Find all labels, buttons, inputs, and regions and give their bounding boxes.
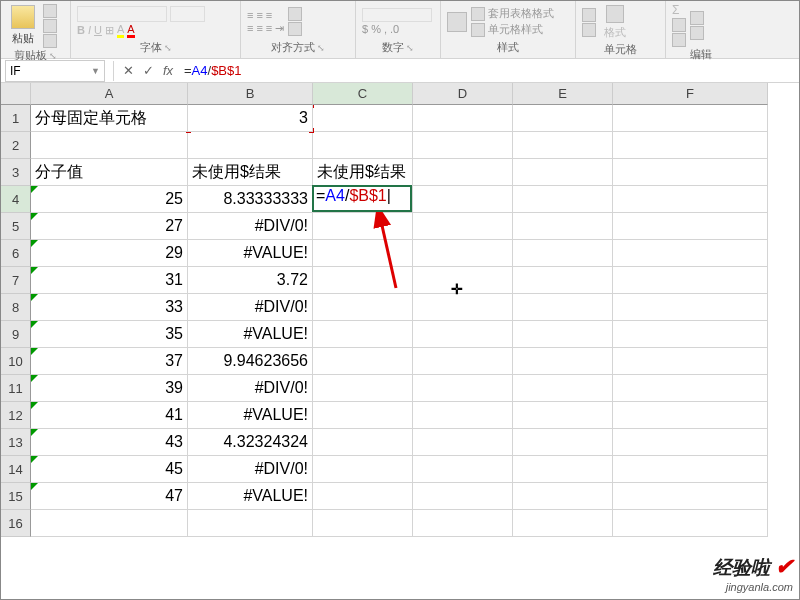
dialog-launcher-icon[interactable]: ⤡ [406, 43, 414, 53]
cell-E5[interactable] [513, 213, 613, 240]
font-name-dropdown[interactable] [77, 6, 167, 22]
align-right-icon[interactable]: ≡ [266, 22, 272, 34]
find-icon[interactable] [690, 26, 704, 40]
cell-F6[interactable] [613, 240, 768, 267]
cell-D4[interactable] [413, 186, 513, 213]
cell-B1[interactable]: 3 [188, 105, 313, 132]
increase-decimal-icon[interactable]: .0 [390, 23, 399, 35]
cell-E3[interactable] [513, 159, 613, 186]
cell-D9[interactable] [413, 321, 513, 348]
align-bottom-icon[interactable]: ≡ [266, 9, 272, 21]
cell-A7[interactable]: 31 [31, 267, 188, 294]
cell-E6[interactable] [513, 240, 613, 267]
cell-D5[interactable] [413, 213, 513, 240]
cell-F8[interactable] [613, 294, 768, 321]
cell-B12[interactable]: #VALUE! [188, 402, 313, 429]
cell-B16[interactable] [188, 510, 313, 537]
cancel-button[interactable]: ✕ [118, 63, 138, 78]
cell-B5[interactable]: #DIV/0! [188, 213, 313, 240]
cell-A2[interactable] [31, 132, 188, 159]
row-header-11[interactable]: 11 [1, 375, 31, 402]
cell-B13[interactable]: 4.32324324 [188, 429, 313, 456]
cell-E7[interactable] [513, 267, 613, 294]
italic-button[interactable]: I [88, 24, 91, 36]
enter-button[interactable]: ✓ [138, 63, 158, 78]
cell-E1[interactable] [513, 105, 613, 132]
fill-icon[interactable] [672, 18, 686, 32]
cell-E15[interactable] [513, 483, 613, 510]
cell-A4[interactable]: 25 [31, 186, 188, 213]
cell-C4[interactable] [313, 186, 413, 213]
cell-B3[interactable]: 未使用$结果 [188, 159, 313, 186]
cell-C7[interactable] [313, 267, 413, 294]
align-left-icon[interactable]: ≡ [247, 22, 253, 34]
row-header-6[interactable]: 6 [1, 240, 31, 267]
cell-E16[interactable] [513, 510, 613, 537]
cell-F9[interactable] [613, 321, 768, 348]
cell-D1[interactable] [413, 105, 513, 132]
cell-C14[interactable] [313, 456, 413, 483]
cell-C10[interactable] [313, 348, 413, 375]
autosum-icon[interactable]: Σ [672, 3, 686, 17]
row-header-9[interactable]: 9 [1, 321, 31, 348]
cell-B7[interactable]: 3.72 [188, 267, 313, 294]
row-header-16[interactable]: 16 [1, 510, 31, 537]
row-header-7[interactable]: 7 [1, 267, 31, 294]
underline-button[interactable]: U [94, 24, 102, 36]
row-header-4[interactable]: 4 [1, 186, 31, 213]
delete-cells-icon[interactable] [582, 23, 596, 37]
col-header-C[interactable]: C [313, 83, 413, 105]
cell-D14[interactable] [413, 456, 513, 483]
cell-D11[interactable] [413, 375, 513, 402]
cell-F16[interactable] [613, 510, 768, 537]
format-painter-icon[interactable] [43, 34, 57, 48]
format-button[interactable]: 格式 [600, 3, 630, 42]
cell-F11[interactable] [613, 375, 768, 402]
cell-B10[interactable]: 9.94623656 [188, 348, 313, 375]
align-center-icon[interactable]: ≡ [256, 22, 262, 34]
fx-button[interactable]: fx [158, 63, 178, 78]
formula-input[interactable]: =A4/$B$1 [178, 63, 799, 78]
cell-C5[interactable] [313, 213, 413, 240]
select-all-corner[interactable] [1, 83, 31, 105]
cell-D16[interactable] [413, 510, 513, 537]
align-middle-icon[interactable]: ≡ [256, 9, 262, 21]
cell-C3[interactable]: 未使用$结果 [313, 159, 413, 186]
clear-icon[interactable] [672, 33, 686, 47]
cell-C15[interactable] [313, 483, 413, 510]
cell-E9[interactable] [513, 321, 613, 348]
cell-E13[interactable] [513, 429, 613, 456]
fill-color-button[interactable]: A [117, 23, 124, 38]
cell-C8[interactable] [313, 294, 413, 321]
cell-C1[interactable] [313, 105, 413, 132]
cell-C9[interactable] [313, 321, 413, 348]
cell-E12[interactable] [513, 402, 613, 429]
cell-A13[interactable]: 43 [31, 429, 188, 456]
dialog-launcher-icon[interactable]: ⤡ [317, 43, 325, 53]
merge-icon[interactable] [288, 22, 302, 36]
row-header-5[interactable]: 5 [1, 213, 31, 240]
cell-F12[interactable] [613, 402, 768, 429]
cell-E8[interactable] [513, 294, 613, 321]
copy-icon[interactable] [43, 19, 57, 33]
cell-A8[interactable]: 33 [31, 294, 188, 321]
cell-C6[interactable] [313, 240, 413, 267]
cell-F13[interactable] [613, 429, 768, 456]
row-header-12[interactable]: 12 [1, 402, 31, 429]
col-header-F[interactable]: F [613, 83, 768, 105]
cell-F2[interactable] [613, 132, 768, 159]
cell-E10[interactable] [513, 348, 613, 375]
cell-D10[interactable] [413, 348, 513, 375]
cell-C2[interactable] [313, 132, 413, 159]
bold-button[interactable]: B [77, 24, 85, 36]
number-format-dropdown[interactable] [362, 8, 432, 22]
cell-F10[interactable] [613, 348, 768, 375]
cell-F5[interactable] [613, 213, 768, 240]
cell-A9[interactable]: 35 [31, 321, 188, 348]
row-header-1[interactable]: 1 [1, 105, 31, 132]
cell-D2[interactable] [413, 132, 513, 159]
cell-C11[interactable] [313, 375, 413, 402]
cell-D13[interactable] [413, 429, 513, 456]
col-header-D[interactable]: D [413, 83, 513, 105]
cell-A6[interactable]: 29 [31, 240, 188, 267]
